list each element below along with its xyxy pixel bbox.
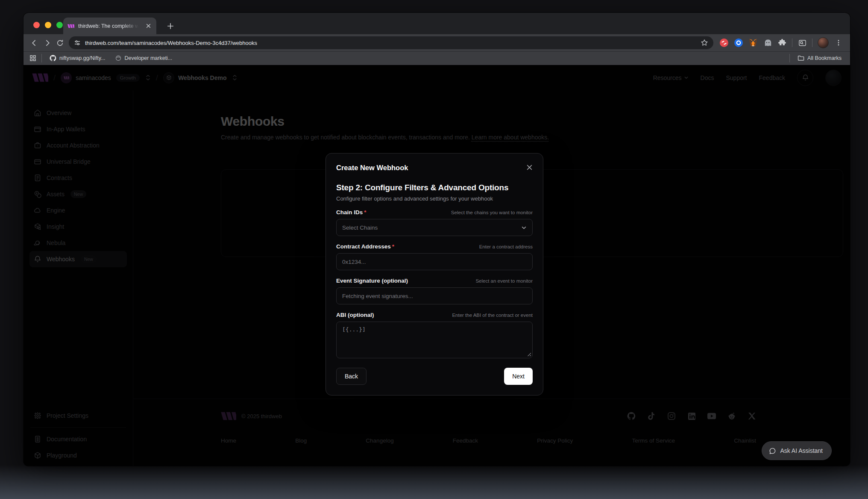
tab-title: thirdweb: The complete web3 bbox=[78, 23, 141, 29]
bookmarks-divider bbox=[789, 54, 790, 62]
traffic-lights bbox=[33, 22, 63, 28]
toolbar-divider bbox=[812, 38, 812, 47]
browser-menu-icon[interactable] bbox=[834, 38, 843, 47]
metamask-icon[interactable] bbox=[748, 38, 758, 47]
thirdweb-dashboard: / saminacodes Growth / Webhooks Demo bbox=[23, 65, 850, 466]
modal-title: Create New Webhook bbox=[336, 164, 408, 172]
back-icon[interactable] bbox=[28, 36, 41, 49]
select-chains-placeholder: Select Chains bbox=[342, 224, 378, 231]
thirdweb-favicon bbox=[67, 23, 74, 30]
back-button[interactable]: Back bbox=[336, 368, 367, 385]
next-button[interactable]: Next bbox=[504, 368, 533, 385]
all-bookmarks-button[interactable]: All Bookmarks bbox=[795, 53, 844, 63]
extensions-puzzle-icon[interactable] bbox=[777, 38, 787, 47]
phantom-icon[interactable] bbox=[763, 38, 772, 47]
apps-grid-icon[interactable] bbox=[29, 55, 36, 62]
side-panel-search-icon[interactable] bbox=[798, 38, 807, 47]
event-signature-field: Event Signature (optional) Select an eve… bbox=[336, 278, 533, 304]
abi-helper: Enter the ABI of the contract or event bbox=[452, 313, 533, 318]
extension-blue-icon[interactable] bbox=[734, 38, 743, 47]
modal-step-subtitle: Configure filter options and advanced se… bbox=[336, 195, 533, 202]
chevron-down-icon bbox=[521, 225, 527, 230]
abi-textarea[interactable] bbox=[336, 322, 533, 358]
bookmarks-bar: niftyswap.gg/Nifty... Developer marketi.… bbox=[23, 51, 850, 65]
extensions-row bbox=[717, 37, 846, 48]
required-asterisk: * bbox=[392, 243, 394, 250]
chain-ids-field: Chain IDs* Select the chains you want to… bbox=[336, 209, 533, 236]
browser-window: thirdweb: The complete web3 thirdweb.com… bbox=[23, 13, 850, 466]
extension-red-icon[interactable] bbox=[719, 38, 729, 47]
event-signature-input[interactable] bbox=[336, 287, 533, 304]
url-text[interactable]: thirdweb.com/team/saminacodes/Webhooks-D… bbox=[85, 40, 696, 46]
site-icon bbox=[115, 55, 121, 61]
abi-field: ABI (optional) Enter the ABI of the cont… bbox=[336, 312, 533, 358]
new-tab-button[interactable] bbox=[164, 20, 176, 32]
reload-icon[interactable] bbox=[53, 36, 66, 49]
github-icon bbox=[50, 55, 56, 62]
abi-label: ABI (optional) bbox=[336, 312, 374, 318]
close-window-button[interactable] bbox=[33, 22, 40, 28]
bookmark-developer-marketing[interactable]: Developer marketi... bbox=[113, 54, 175, 62]
folder-icon bbox=[798, 55, 804, 62]
chat-bubble-icon bbox=[769, 447, 776, 455]
bookmarks-divider bbox=[41, 54, 42, 62]
contract-address-input[interactable] bbox=[336, 253, 533, 270]
toolbar-divider bbox=[792, 38, 792, 47]
ask-ai-assistant-button[interactable]: Ask AI Assistant bbox=[762, 441, 832, 460]
chain-ids-label: Chain IDs* bbox=[336, 209, 367, 216]
select-chains-dropdown[interactable]: Select Chains bbox=[336, 219, 533, 236]
browser-toolbar: thirdweb.com/team/saminacodes/Webhooks-D… bbox=[23, 34, 850, 51]
zoom-window-button[interactable] bbox=[56, 22, 63, 28]
bookmark-niftyswap[interactable]: niftyswap.gg/Nifty... bbox=[47, 53, 108, 63]
browser-tab[interactable]: thirdweb: The complete web3 bbox=[63, 18, 156, 34]
create-webhook-modal: Create New Webhook Step 2: Configure Fil… bbox=[326, 153, 543, 396]
required-asterisk: * bbox=[364, 209, 366, 216]
modal-step-title: Step 2: Configure Filters & Advanced Opt… bbox=[336, 183, 533, 192]
event-signature-helper: Select an event to monitor bbox=[475, 278, 533, 283]
browser-profile-avatar[interactable] bbox=[818, 37, 829, 48]
tab-strip: thirdweb: The complete web3 bbox=[23, 13, 850, 34]
close-icon[interactable] bbox=[525, 163, 534, 171]
chain-ids-helper: Select the chains you want to monitor bbox=[451, 210, 533, 215]
bookmark-star-icon[interactable] bbox=[701, 39, 708, 47]
contract-addresses-field: Contract Addresses* Enter a contract add… bbox=[336, 243, 533, 270]
event-signature-label: Event Signature (optional) bbox=[336, 278, 408, 284]
url-bar[interactable]: thirdweb.com/team/saminacodes/Webhooks-D… bbox=[69, 36, 713, 49]
tab-close-icon[interactable] bbox=[144, 22, 152, 30]
abi-textarea-wrap bbox=[336, 322, 533, 358]
contract-addresses-helper: Enter a contract address bbox=[479, 244, 533, 249]
forward-icon[interactable] bbox=[41, 36, 53, 49]
site-settings-icon[interactable] bbox=[74, 39, 81, 46]
contract-addresses-label: Contract Addresses* bbox=[336, 243, 394, 250]
minimize-window-button[interactable] bbox=[45, 22, 51, 28]
